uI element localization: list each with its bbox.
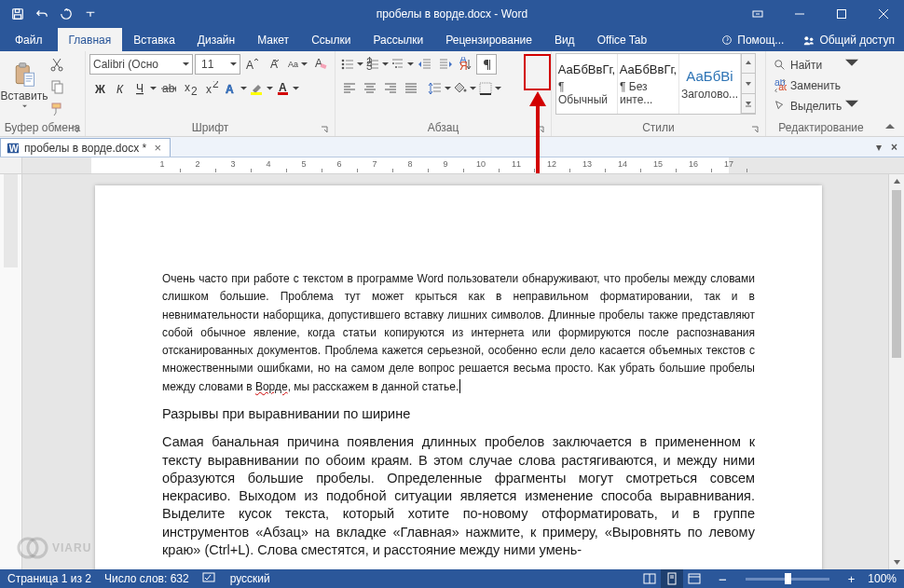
multilevel-list-icon[interactable]	[390, 54, 415, 75]
italic-icon[interactable]: К	[111, 78, 131, 99]
tab-references[interactable]: Ссылки	[300, 28, 362, 51]
paragraph-launcher-icon[interactable]	[534, 123, 547, 136]
show-marks-icon[interactable]	[476, 54, 497, 75]
redo-icon[interactable]	[54, 2, 78, 26]
styles-scroll[interactable]	[741, 54, 755, 114]
save-icon[interactable]	[6, 2, 30, 26]
svg-rect-2	[15, 15, 21, 19]
cut-icon[interactable]	[47, 54, 67, 75]
borders-icon[interactable]	[477, 78, 502, 99]
bold-icon[interactable]: Ж	[89, 78, 110, 99]
highlight-icon[interactable]	[249, 78, 274, 99]
svg-text:Ж: Ж	[94, 83, 105, 96]
svg-rect-33	[278, 92, 288, 95]
tab-layout[interactable]: Макет	[246, 28, 300, 51]
shrink-font-icon[interactable]: A	[265, 54, 285, 75]
page-indicator[interactable]: Страница 1 из 2	[7, 572, 91, 585]
zoom-slider[interactable]	[746, 578, 829, 581]
print-layout-icon[interactable]	[661, 569, 683, 588]
paste-button[interactable]: Вставить	[4, 54, 45, 116]
horizontal-ruler[interactable]: 1234567891011121314151617	[0, 157, 904, 174]
strikethrough-icon[interactable]: abc	[158, 78, 179, 99]
grow-font-icon[interactable]: A	[242, 54, 263, 75]
style-normal[interactable]: АаБбВвГг,¶ Обычный	[556, 54, 618, 114]
spellcheck-icon[interactable]	[202, 571, 217, 587]
svg-point-11	[51, 67, 55, 71]
ribbon-options-icon[interactable]	[736, 0, 778, 28]
document-tab[interactable]: W пробелы в ворде.docx * ×	[0, 138, 171, 157]
align-left-icon[interactable]	[339, 78, 360, 99]
copy-icon[interactable]	[47, 76, 67, 97]
tab-menu-icon[interactable]: ▾	[873, 141, 884, 154]
ruler-corner	[0, 157, 22, 173]
shading-icon[interactable]	[452, 78, 477, 99]
align-right-icon[interactable]	[380, 78, 401, 99]
body-paragraph[interactable]: Очень часто при работе с текстом в прогр…	[162, 269, 755, 395]
clear-formatting-icon[interactable]: A	[310, 54, 331, 75]
tab-design[interactable]: Дизайн	[186, 28, 246, 51]
format-painter-icon[interactable]	[47, 99, 67, 119]
numbering-icon[interactable]: 123	[364, 54, 390, 75]
close-icon[interactable]	[862, 0, 904, 28]
tab-insert[interactable]: Вставка	[122, 28, 186, 51]
subscript-icon[interactable]: x2	[180, 78, 200, 99]
tell-me-button[interactable]: Помощ...	[711, 28, 793, 51]
minimize-icon[interactable]	[778, 0, 820, 28]
justify-icon[interactable]	[401, 78, 421, 99]
clipboard-launcher-icon[interactable]	[68, 123, 81, 136]
tab-officetab[interactable]: Office Tab	[586, 28, 659, 51]
maximize-icon[interactable]	[820, 0, 862, 28]
share-button[interactable]: Общий доступ	[793, 28, 904, 51]
word-count[interactable]: Число слов: 632	[104, 572, 189, 585]
zoom-in-icon[interactable]: +	[848, 572, 856, 586]
vertical-scrollbar[interactable]	[888, 174, 904, 569]
scroll-down-icon[interactable]	[889, 554, 904, 569]
tab-close-all-icon[interactable]: ×	[888, 141, 900, 154]
tab-review[interactable]: Рецензирование	[434, 28, 543, 51]
watermark: VIARU	[17, 532, 91, 564]
style-heading1[interactable]: АаБбВіЗаголово...	[679, 54, 741, 114]
read-mode-icon[interactable]	[638, 569, 661, 588]
scroll-thumb[interactable]	[892, 190, 901, 358]
decrease-indent-icon[interactable]	[415, 54, 435, 75]
line-spacing-icon[interactable]	[427, 78, 452, 99]
ribbon: Вставить Буфер обмена Calibri (Осно 11 A…	[0, 51, 904, 137]
zoom-thumb[interactable]	[785, 573, 791, 584]
replace-button[interactable]: abacЗаменить	[770, 76, 862, 95]
language-indicator[interactable]: русский	[230, 572, 270, 585]
sort-icon[interactable]: АЯ	[456, 54, 476, 75]
web-layout-icon[interactable]	[683, 569, 705, 588]
bullets-icon[interactable]	[339, 54, 364, 75]
scroll-up-icon[interactable]	[889, 174, 904, 190]
body-paragraph[interactable]: Самая банальная причина появления длинны…	[162, 433, 755, 559]
select-button[interactable]: Выделить	[770, 97, 862, 116]
superscript-icon[interactable]: x2	[201, 78, 222, 99]
close-tab-icon[interactable]: ×	[151, 141, 164, 155]
tab-view[interactable]: Вид	[543, 28, 586, 51]
vertical-ruler[interactable]	[0, 174, 22, 569]
increase-indent-icon[interactable]	[435, 54, 456, 75]
document-viewport[interactable]: Очень часто при работе с текстом в прогр…	[22, 174, 888, 569]
styles-gallery[interactable]: АаБбВвГг,¶ Обычный АаБбВвГг,¶ Без инте..…	[555, 53, 756, 115]
align-center-icon[interactable]	[360, 78, 380, 99]
tab-home[interactable]: Главная	[58, 28, 123, 51]
font-color-icon[interactable]: A	[275, 78, 300, 99]
font-launcher-icon[interactable]	[318, 123, 331, 136]
underline-icon[interactable]: Ч	[132, 78, 158, 99]
tab-file[interactable]: Файл	[0, 28, 58, 51]
tab-mailings[interactable]: Рассылки	[362, 28, 434, 51]
collapse-ribbon-icon[interactable]	[885, 121, 900, 134]
find-button[interactable]: Найти	[770, 56, 862, 75]
body-subheading[interactable]: Разрывы при выравнивании по ширине	[162, 405, 755, 423]
undo-icon[interactable]	[30, 2, 54, 26]
qat-customize-icon[interactable]	[78, 2, 103, 26]
font-size-combo[interactable]: 11	[195, 54, 240, 75]
change-case-icon[interactable]: Aa	[287, 54, 308, 75]
document-page[interactable]: Очень часто при работе с текстом в прогр…	[95, 185, 822, 569]
text-effects-icon[interactable]: A	[223, 78, 248, 99]
font-name-combo[interactable]: Calibri (Осно	[89, 54, 193, 75]
style-no-spacing[interactable]: АаБбВвГг,¶ Без инте...	[618, 54, 679, 114]
zoom-out-icon[interactable]: −	[719, 571, 727, 587]
zoom-level[interactable]: 100%	[868, 572, 897, 585]
styles-launcher-icon[interactable]	[748, 123, 761, 136]
